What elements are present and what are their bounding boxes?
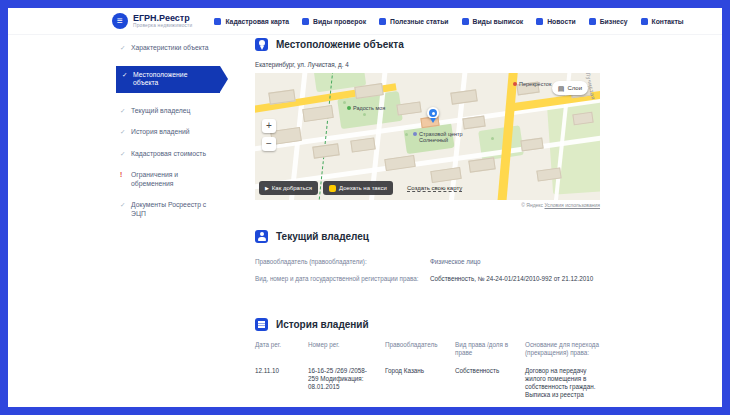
check-types-icon (302, 18, 309, 25)
poi-label: Перекрёсток (519, 81, 551, 87)
logo[interactable]: ≡ ЕГРН.Реестр Проверка недвижимости (112, 13, 192, 29)
map-tree (491, 137, 494, 140)
map-building (430, 167, 461, 183)
zoom-out-button[interactable]: − (262, 137, 276, 151)
column-header: Номер рег. (308, 341, 385, 357)
column-header: Вид права /доля в праве (455, 341, 525, 357)
sidebar-item-characteristics[interactable]: ✓Характеристики объекта (116, 44, 236, 53)
nav-item-label: Виды выписок (473, 18, 524, 25)
main-nav: Кадастровая карта Виды проверок Полезные… (214, 18, 683, 25)
sidebar-item-cadastral-value[interactable]: ✓Кадастровая стоимость (116, 150, 236, 159)
nav-item-cadastral-map[interactable]: Кадастровая карта (214, 18, 289, 25)
map-building (350, 137, 375, 152)
articles-icon (379, 18, 386, 25)
terms-link[interactable]: Условия использования (545, 202, 601, 208)
column-header: Основание для перехода (прекращения) пра… (525, 341, 607, 357)
map-building (396, 101, 421, 115)
map-attribution: © Яндекс Условия использования (255, 202, 600, 208)
map-tree (343, 101, 346, 104)
header: ≡ ЕГРН.Реестр Проверка недвижимости Када… (8, 8, 722, 35)
map-building (302, 105, 334, 122)
map-tree (405, 133, 408, 136)
nav-item-label: Контакты (652, 18, 684, 25)
route-button-label: Как добраться (272, 185, 312, 191)
copyright-label: © Яндекс (521, 202, 543, 208)
nav-item-label: Бизнесу (600, 18, 628, 25)
map-building (384, 155, 415, 171)
sidebar-item-label: Документы Росреестр с ЭЦП (131, 201, 215, 218)
nav-item-check-types[interactable]: Виды проверок (302, 18, 366, 25)
sidebar-item-rosreestr-documents[interactable]: ✓Документы Росреестр с ЭЦП (116, 201, 236, 218)
layers-icon: ▤ (558, 85, 565, 92)
table-cell-date: 12.11.10 (255, 357, 308, 399)
check-icon: ✓ (120, 201, 128, 218)
sidebar-item-location[interactable]: ✓Местоположение объекта (116, 66, 220, 93)
map[interactable]: Перекрёсток Радость моя Страховой центр … (255, 73, 600, 200)
route-button[interactable]: ▶ Как добраться (259, 181, 318, 195)
sidebar-item-label: Ограничения и обременения (131, 171, 215, 188)
create-map-link[interactable]: Создать свою карту (407, 185, 462, 192)
check-icon: ✓ (120, 150, 128, 159)
poi-dot-icon (513, 82, 517, 86)
poi-dot-icon (347, 106, 351, 110)
sidebar-item-current-owner[interactable]: ✓Текущий владелец (116, 107, 236, 116)
history-table: Дата рег. Номер рег. Правообладатель Вид… (255, 341, 607, 399)
taxi-button[interactable]: Доехать на такси (323, 181, 393, 195)
sidebar-item-label: История владений (131, 128, 190, 137)
map-poi: Перекрёсток (513, 81, 551, 87)
sidebar-item-label: Кадастровая стоимость (131, 150, 206, 159)
route-icon: ▶ (265, 185, 269, 191)
map-icon (214, 18, 221, 25)
page: ≡ ЕГРН.Реестр Проверка недвижимости Када… (0, 0, 730, 415)
history-section-header: История владений (255, 318, 369, 331)
table-cell-number: 16-16-25 /269 /2058-259 Модификация: 08.… (308, 357, 385, 399)
check-icon: ✓ (120, 107, 128, 116)
nav-item-label: Полезные статьи (390, 18, 448, 25)
location-section-header: Местоположение объекта (255, 38, 404, 51)
owner-row-label: Правообладатель (правообладатели): (255, 258, 420, 266)
nav-item-label: Кадастровая карта (225, 18, 289, 25)
map-tree (363, 113, 366, 116)
map-building (520, 138, 543, 152)
map-poi: Радость моя (347, 105, 385, 111)
nav-item-news[interactable]: Новости (536, 18, 576, 25)
nav-item-articles[interactable]: Полезные статьи (379, 18, 448, 25)
person-icon (255, 230, 268, 243)
nav-item-contacts[interactable]: Контакты (641, 18, 684, 25)
logo-subtitle: Проверка недвижимости (133, 23, 192, 29)
layers-button[interactable]: ▤ Слои (552, 81, 588, 95)
nav-item-label: Новости (547, 18, 576, 25)
map-building (462, 116, 485, 130)
logo-title: ЕГРН.Реестр (133, 13, 192, 23)
check-icon: ✓ (120, 44, 128, 53)
object-address: Екатеринбург, ул. Лучистая, д. 4 (255, 61, 349, 68)
nav-item-statement-types[interactable]: Виды выписок (462, 18, 524, 25)
owner-row-value: Собственность, № 24-24-01/214/2010-992 о… (430, 275, 612, 283)
column-header: Правообладатель (385, 341, 455, 357)
sidebar: ✓Характеристики объекта ✓Местоположение … (116, 44, 236, 231)
nav-item-business[interactable]: Бизнесу (589, 18, 628, 25)
section-title-history: История владений (276, 319, 369, 330)
section-title-owner: Текущий владелец (276, 231, 369, 242)
taxi-button-label: Доехать на такси (339, 185, 387, 191)
table-cell-right: Собственность (455, 357, 525, 399)
zoom-in-button[interactable]: + (262, 119, 276, 133)
nav-item-label: Виды проверок (313, 18, 366, 25)
map-building (312, 143, 339, 159)
contacts-icon (641, 18, 648, 25)
location-pin-icon (427, 107, 439, 119)
poi-label: Страховой центр Солнечный (419, 131, 469, 143)
layers-button-label: Слои (567, 85, 582, 91)
sidebar-item-restrictions[interactable]: !Ограничения и обременения (116, 171, 236, 188)
business-icon (589, 18, 596, 25)
logo-icon: ≡ (112, 13, 128, 29)
sidebar-item-label: Текущий владелец (131, 107, 190, 116)
sidebar-item-label: Характеристики объекта (131, 44, 209, 53)
taxi-icon (329, 185, 336, 192)
sidebar-item-ownership-history[interactable]: ✓История владений (116, 128, 236, 137)
list-icon (255, 318, 268, 331)
news-icon (536, 18, 543, 25)
warning-icon: ! (120, 171, 128, 188)
map-poi: Страховой центр Солнечный (413, 131, 469, 143)
column-header: Дата рег. (255, 341, 308, 357)
